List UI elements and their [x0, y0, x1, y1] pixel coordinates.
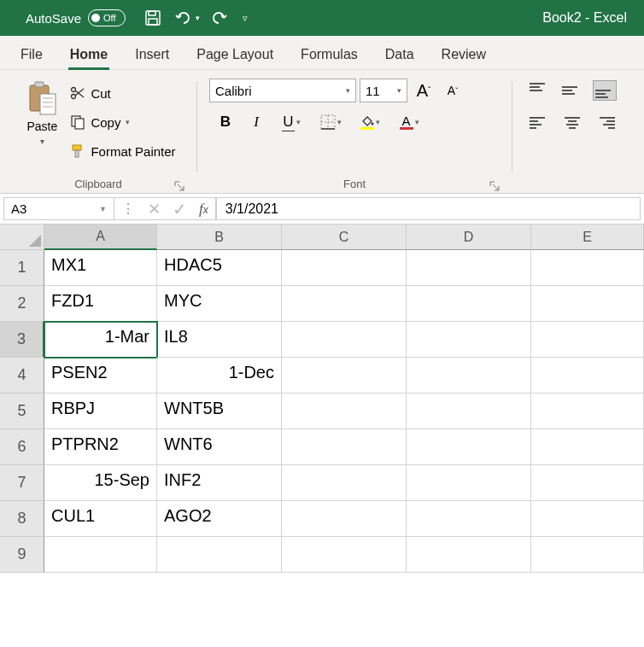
align-right-button[interactable]	[593, 113, 617, 133]
cell-C4[interactable]	[282, 358, 407, 393]
column-header-A[interactable]: A	[44, 224, 157, 250]
cell-A7[interactable]: 15-Sep	[44, 465, 157, 501]
decrease-font-button[interactable]: Aˇ	[440, 79, 465, 102]
cell-D9[interactable]	[407, 537, 531, 573]
enter-button[interactable]: ✓	[173, 199, 187, 219]
cell-D3[interactable]	[407, 322, 531, 358]
cell-C9[interactable]	[282, 537, 407, 573]
column-header-B[interactable]: B	[157, 224, 282, 250]
cell-E1[interactable]	[531, 250, 644, 286]
cell-B8[interactable]: AGO2	[157, 501, 282, 537]
cell-B3[interactable]: IL8	[157, 322, 282, 358]
align-top-button[interactable]	[528, 80, 552, 101]
dialog-launcher-icon[interactable]	[489, 181, 500, 191]
cell-A3[interactable]: 1-Mar	[44, 322, 157, 358]
cell-B4[interactable]: 1-Dec	[157, 358, 282, 393]
tab-insert[interactable]: Insert	[123, 40, 181, 69]
cut-button[interactable]: Cut	[70, 82, 175, 104]
format-painter-button[interactable]: Format Painter	[70, 140, 175, 162]
cell-B2[interactable]: MYC	[157, 286, 282, 322]
align-center-button[interactable]	[560, 113, 584, 133]
font-color-button[interactable]: A ▾	[394, 111, 424, 133]
cell-E2[interactable]	[531, 286, 644, 322]
redo-button[interactable]	[208, 6, 232, 30]
autosave-toggle[interactable]: AutoSave Off	[26, 9, 126, 26]
save-button[interactable]	[141, 6, 165, 30]
dialog-launcher-icon[interactable]	[174, 181, 184, 191]
column-header-D[interactable]: D	[407, 224, 531, 250]
tab-formulas[interactable]: Formulas	[289, 40, 370, 69]
row-header-1[interactable]: 1	[0, 250, 44, 286]
cell-D8[interactable]	[407, 501, 531, 537]
fill-color-button[interactable]: ▾	[354, 111, 385, 133]
spreadsheet-grid[interactable]: ABCDE 1MX1HDAC52FZD1MYC31-MarIL84PSEN21-…	[0, 224, 644, 573]
cell-D4[interactable]	[407, 358, 531, 393]
tab-page-layout[interactable]: Page Layout	[184, 40, 285, 69]
cell-B9[interactable]	[157, 537, 282, 573]
cell-E8[interactable]	[531, 501, 644, 537]
insert-function-button[interactable]: fx	[199, 201, 208, 218]
row-header-6[interactable]: 6	[0, 429, 44, 465]
cell-C7[interactable]	[282, 465, 407, 501]
align-left-button[interactable]	[528, 113, 552, 133]
undo-button[interactable]: ▾	[173, 9, 200, 26]
cell-B1[interactable]: HDAC5	[157, 250, 282, 286]
cell-D7[interactable]	[407, 465, 531, 501]
cell-C8[interactable]	[282, 501, 407, 537]
column-header-C[interactable]: C	[282, 224, 407, 250]
bold-button[interactable]: B	[214, 111, 237, 133]
font-name-select[interactable]: Calibri ▾	[209, 79, 356, 102]
drag-handle-icon[interactable]: ⋮	[121, 201, 136, 217]
underline-button[interactable]: U▾	[276, 111, 307, 133]
italic-button[interactable]: I	[245, 111, 267, 133]
cell-B5[interactable]: WNT5B	[157, 393, 282, 429]
cell-A9[interactable]	[44, 537, 157, 573]
row-header-4[interactable]: 4	[0, 358, 44, 393]
borders-button[interactable]: ▾	[315, 111, 346, 133]
cell-A4[interactable]: PSEN2	[44, 358, 157, 393]
qat-customize-button[interactable]: ▿	[243, 13, 248, 24]
column-header-E[interactable]: E	[531, 224, 644, 250]
cell-D6[interactable]	[407, 429, 531, 465]
copy-button[interactable]: Copy ▾	[70, 111, 175, 133]
cell-B6[interactable]: WNT6	[157, 429, 282, 465]
row-header-3[interactable]: 3	[0, 322, 44, 358]
cell-A8[interactable]: CUL1	[44, 501, 157, 537]
formula-input[interactable]: 3/1/2021	[216, 197, 641, 220]
cell-A6[interactable]: PTPRN2	[44, 429, 157, 465]
cell-C2[interactable]	[282, 286, 407, 322]
cell-C1[interactable]	[282, 250, 407, 286]
cell-E3[interactable]	[531, 322, 644, 358]
row-header-5[interactable]: 5	[0, 393, 44, 429]
cell-C5[interactable]	[282, 393, 407, 429]
cancel-button[interactable]: ✕	[148, 200, 161, 219]
tab-home[interactable]: Home	[58, 40, 120, 69]
cell-E6[interactable]	[531, 429, 644, 465]
tab-file[interactable]: File	[9, 40, 55, 69]
cell-A1[interactable]: MX1	[44, 250, 157, 286]
row-header-9[interactable]: 9	[0, 537, 44, 573]
align-middle-button[interactable]	[560, 80, 584, 101]
cell-A5[interactable]: RBPJ	[44, 393, 157, 429]
paste-button[interactable]: Paste ▾	[20, 79, 63, 146]
autosave-switch[interactable]: Off	[88, 9, 126, 26]
select-all-corner[interactable]	[0, 224, 44, 250]
name-box[interactable]: A3 ▼	[3, 197, 114, 220]
align-bottom-button[interactable]	[593, 80, 617, 101]
tab-review[interactable]: Review	[430, 40, 498, 69]
cell-A2[interactable]: FZD1	[44, 286, 157, 322]
tab-data[interactable]: Data	[373, 40, 426, 69]
cell-D1[interactable]	[407, 250, 531, 286]
cell-C3[interactable]	[282, 322, 407, 358]
increase-font-button[interactable]: Aˆ	[411, 79, 436, 102]
row-header-8[interactable]: 8	[0, 501, 44, 537]
cell-C6[interactable]	[282, 429, 407, 465]
row-header-7[interactable]: 7	[0, 465, 44, 501]
cell-E4[interactable]	[531, 358, 644, 393]
font-size-select[interactable]: 11 ▾	[360, 79, 407, 102]
cell-B7[interactable]: INF2	[157, 465, 282, 501]
cell-E7[interactable]	[531, 465, 644, 501]
cell-E5[interactable]	[531, 393, 644, 429]
cell-D5[interactable]	[407, 393, 531, 429]
row-header-2[interactable]: 2	[0, 286, 44, 322]
